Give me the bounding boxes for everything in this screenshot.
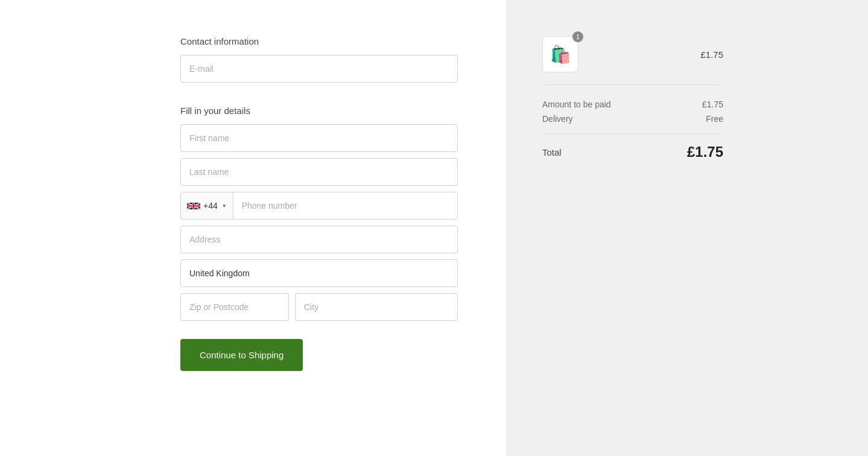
email-input[interactable] <box>180 55 458 83</box>
right-panel: 🛍️ 1 £1.75 Amount to be paid £1.75 Deliv… <box>506 0 868 456</box>
amount-value: £1.75 <box>702 100 723 109</box>
total-label: Total <box>542 147 562 157</box>
delivery-row: Delivery Free <box>542 114 723 124</box>
delivery-value: Free <box>706 114 723 124</box>
bag-icon: 🛍️ <box>550 45 571 65</box>
form-container: Contact information Fill in your details <box>180 36 470 420</box>
delivery-label: Delivery <box>542 114 573 124</box>
total-amount: £1.75 <box>687 144 723 160</box>
city-input[interactable] <box>295 293 458 321</box>
address-input[interactable] <box>180 226 458 253</box>
details-section: Fill in your details <box>180 106 458 321</box>
uk-flag-icon <box>187 201 200 211</box>
product-image-wrapper: 🛍️ 1 <box>542 36 578 72</box>
product-price: £1.75 <box>700 49 723 60</box>
amount-row: Amount to be paid £1.75 <box>542 100 723 109</box>
email-section: Contact information <box>180 36 458 89</box>
continue-to-shipping-button[interactable]: Continue to Shipping <box>180 339 303 371</box>
order-summary: 🛍️ 1 £1.75 Amount to be paid £1.75 Deliv… <box>542 36 723 160</box>
left-panel: Contact information Fill in your details <box>0 0 506 456</box>
phone-prefix-selector[interactable]: +44 ▼ <box>181 192 233 219</box>
zip-input[interactable] <box>180 293 289 321</box>
phone-input[interactable] <box>233 192 457 219</box>
phone-code: +44 <box>203 201 218 211</box>
summary-rows: Amount to be paid £1.75 Delivery Free <box>542 100 723 124</box>
amount-label: Amount to be paid <box>542 100 611 109</box>
last-name-input[interactable] <box>180 158 458 186</box>
zip-city-row <box>180 293 458 321</box>
details-section-title: Fill in your details <box>180 106 458 116</box>
product-row: 🛍️ 1 £1.75 <box>542 36 723 85</box>
total-row: Total £1.75 <box>542 133 723 160</box>
first-name-input[interactable] <box>180 124 458 152</box>
product-image-box: 🛍️ <box>542 36 578 72</box>
phone-chevron-icon: ▼ <box>222 203 227 209</box>
phone-wrapper: +44 ▼ <box>180 192 458 220</box>
contact-section-title: Contact information <box>180 36 458 46</box>
quantity-badge: 1 <box>572 31 583 42</box>
country-input[interactable] <box>180 259 458 287</box>
